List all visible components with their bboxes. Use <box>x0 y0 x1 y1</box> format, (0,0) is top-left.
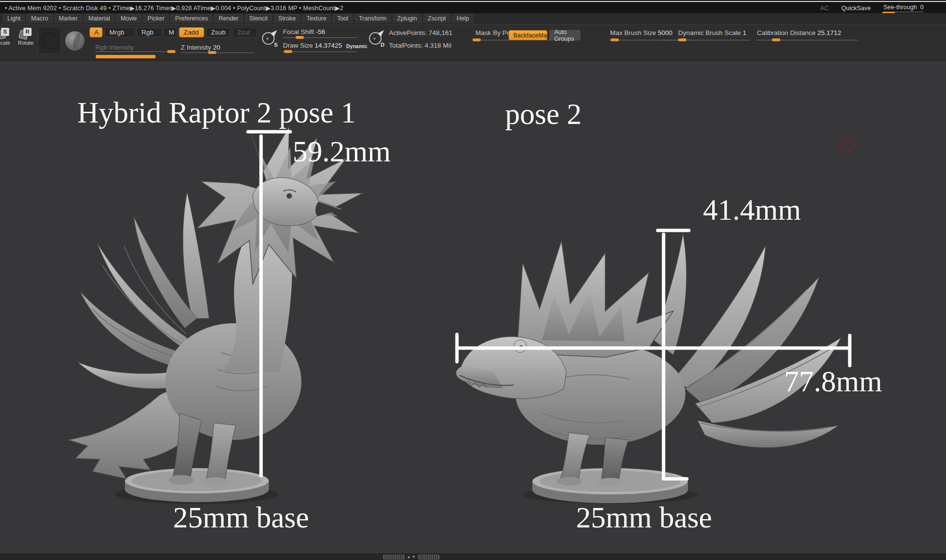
dynamic-draw-size-toggle[interactable]: Dynamic <box>346 43 368 49</box>
rotate-icon: R <box>19 27 32 39</box>
menu-zscript[interactable]: Zscript <box>423 14 451 24</box>
max-brush-size-knob[interactable] <box>611 38 619 41</box>
grip-stripes-right[interactable] <box>418 555 439 560</box>
zsub-button[interactable]: Zsub <box>206 27 230 37</box>
draw-size-knob[interactable] <box>284 50 292 53</box>
memory-status-text: • Active Mem 9202 • Scratch Disk 49 • ZT… <box>5 4 343 12</box>
status-bar: • Active Mem 9202 • Scratch Disk 49 • ZT… <box>0 0 946 13</box>
backface-mask-button[interactable]: BackfaceMask <box>508 30 547 40</box>
menu-light[interactable]: Light <box>3 14 25 24</box>
menu-macro[interactable]: Macro <box>27 14 53 24</box>
bottom-tray-bar: ▲ ▼ <box>0 553 946 560</box>
scale-icon: S <box>0 27 10 39</box>
z-intensity-knob[interactable] <box>208 51 216 54</box>
right-model-title: pose 2 <box>505 97 582 131</box>
brush-settings-d-icon[interactable]: + D <box>368 30 385 47</box>
menu-render[interactable]: Render <box>214 14 243 24</box>
menu-zplugin[interactable]: Zplugin <box>393 14 421 24</box>
menu-marker[interactable]: Marker <box>54 14 82 24</box>
quicksave-button[interactable]: QuickSave <box>841 5 871 12</box>
total-points-readout: TotalPoints: 4.318 Mil <box>389 42 451 49</box>
calibration-distance-slider[interactable]: Calibration Distance 25.1712 <box>757 29 841 36</box>
left-base-label: 25mm base <box>173 501 309 535</box>
auto-groups-button[interactable]: Auto Groups <box>549 30 580 40</box>
scale-tool-button[interactable]: S Scale <box>0 27 12 46</box>
left-height-label: 59.2mm <box>293 135 391 169</box>
menu-stencil[interactable]: Stencil <box>245 14 272 24</box>
brush-settings-s-icon[interactable]: + S <box>262 30 278 47</box>
draw-size-slider[interactable]: Draw Size 14.37425 <box>283 42 342 49</box>
rgb-intensity-slider[interactable]: Rgb Intensity <box>95 44 134 51</box>
menu-tool[interactable]: Tool <box>333 14 352 24</box>
left-model-sculpt[interactable] <box>46 124 406 515</box>
zbrush-window: • Active Mem 9202 • Scratch Disk 49 • ZT… <box>0 0 946 560</box>
dynamic-brush-scale-knob[interactable] <box>678 38 686 41</box>
right-length-label: 77.8mm <box>784 365 882 399</box>
ac-button[interactable]: AC <box>820 5 828 12</box>
zcut-button[interactable]: Zcut <box>232 27 257 37</box>
menu-bar: Light Macro Marker Material Movie Picker… <box>0 13 946 24</box>
top-shelf: S Scale R Rotate A Mrgb Rgb M Zadd Zsub … <box>0 24 946 61</box>
menu-texture[interactable]: Texture <box>302 14 331 24</box>
menu-transform[interactable]: Transform <box>354 14 391 24</box>
menu-picker[interactable]: Picker <box>143 14 169 24</box>
rgb-button[interactable]: Rgb <box>137 27 162 37</box>
zadd-button[interactable]: Zadd <box>179 27 204 37</box>
document-canvas[interactable]: Hybrid Raptor 2 pose 1 pose 2 59.2mm 41.… <box>0 61 946 553</box>
tray-divider-handle[interactable]: ▲ ▼ <box>383 555 439 560</box>
tray-arrow-down-icon[interactable]: ▼ <box>412 555 416 559</box>
shelf-progress-bar <box>96 55 156 58</box>
menu-help[interactable]: Help <box>452 14 473 24</box>
focal-shift-slider[interactable]: Focal Shift -56 <box>283 28 325 35</box>
a-mode-button[interactable]: A <box>89 27 103 37</box>
menu-preferences[interactable]: Preferences <box>171 14 212 24</box>
dynamic-brush-scale-slider[interactable]: Dynamic Brush Scale 1 <box>678 29 746 36</box>
m-button[interactable]: M <box>164 27 177 37</box>
right-base-label: 25mm base <box>576 501 712 535</box>
menu-stroke[interactable]: Stroke <box>274 14 300 24</box>
menu-movie[interactable]: Movie <box>116 14 141 24</box>
grip-stripes-left[interactable] <box>383 555 404 560</box>
menu-material[interactable]: Material <box>84 14 114 24</box>
mrgb-button[interactable]: Mrgb <box>105 27 135 37</box>
left-model-title: Hybrid Raptor 2 pose 1 <box>77 96 356 130</box>
brush-shape-slot[interactable] <box>38 27 61 54</box>
calibration-distance-knob[interactable] <box>772 38 780 41</box>
right-height-label: 41.4mm <box>703 193 801 227</box>
rotate-tool-button[interactable]: R Rotate <box>18 27 34 46</box>
z-intensity-slider[interactable]: Z Intensity 20 <box>181 44 220 51</box>
stroke-sphere-icon[interactable] <box>65 31 85 51</box>
rgb-intensity-knob[interactable] <box>167 50 175 53</box>
brush-alpha-oval-icon <box>42 32 58 50</box>
see-through-slider[interactable]: See-through 0 <box>883 4 924 12</box>
mask-by-polygroups-knob[interactable] <box>473 38 481 41</box>
focal-shift-knob[interactable] <box>296 36 304 39</box>
active-points-readout: ActivePoints: 748,161 <box>389 29 453 36</box>
max-brush-size-slider[interactable]: Max Brush Size 5000 <box>610 29 672 36</box>
tray-arrow-up-icon[interactable]: ▲ <box>407 555 411 559</box>
